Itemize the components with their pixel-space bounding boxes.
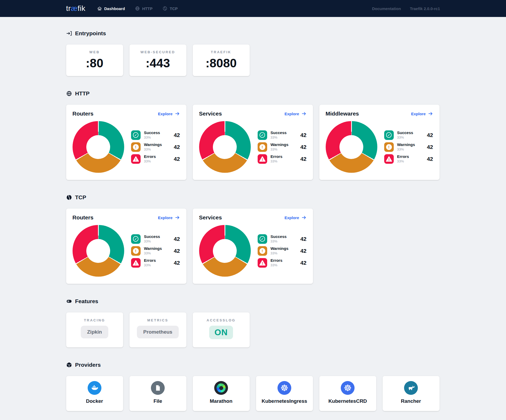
legend-row-errors: Errors33% 42 bbox=[131, 154, 180, 164]
globe-icon bbox=[66, 91, 72, 96]
legend-percent: 33% bbox=[271, 159, 283, 163]
error-icon bbox=[258, 154, 267, 164]
feature-card-metrics: METRICS Prometheus bbox=[129, 312, 186, 347]
legend-label: Success bbox=[144, 130, 160, 135]
entrypoint-card-traefik: TRAEFIK :8080 bbox=[193, 45, 250, 76]
success-icon: ✓ bbox=[131, 234, 141, 244]
legend-row-errors: Errors33% 42 bbox=[131, 258, 180, 268]
legend-count: 42 bbox=[300, 144, 306, 150]
card-title: Routers bbox=[73, 214, 93, 221]
feature-on-badge: ON bbox=[209, 326, 233, 339]
explore-link[interactable]: Explore bbox=[284, 215, 306, 220]
feature-value-badge: Zipkin bbox=[81, 326, 108, 338]
cube-icon bbox=[66, 362, 72, 368]
entrypoints-section-header: Entrypoints bbox=[66, 30, 440, 37]
features-section-header: Features bbox=[66, 298, 440, 304]
arrow-right-icon bbox=[428, 111, 433, 116]
top-navbar: træfik Dashboard HTTP TCP Documentation … bbox=[0, 0, 506, 17]
feature-card-accesslog: ACCESSLOG ON bbox=[193, 312, 250, 347]
legend-label: Success bbox=[271, 130, 287, 135]
entrypoints-cards: WEB :80 WEB-SECURED :443 TRAEFIK :8080 bbox=[66, 45, 440, 76]
legend-row-errors: Errors33% 42 bbox=[258, 154, 307, 164]
legend-percent: 33% bbox=[271, 147, 289, 152]
card-title: Services bbox=[199, 214, 222, 221]
chart-legend: ✓ Success33% 42 ! Warnings33% 42 Errors3… bbox=[131, 234, 180, 268]
warning-icon: ! bbox=[384, 142, 394, 152]
providers-cards: Docker File Marathon ☸ KubernetesIngress… bbox=[66, 376, 440, 411]
legend-label: Warnings bbox=[397, 142, 415, 147]
status-donut-chart bbox=[73, 121, 124, 173]
legend-percent: 33% bbox=[144, 147, 162, 152]
legend-percent: 33% bbox=[271, 263, 283, 267]
legend-count: 42 bbox=[300, 132, 306, 138]
nav-item-http[interactable]: HTTP bbox=[135, 6, 153, 11]
section-title: Entrypoints bbox=[75, 30, 106, 37]
card-title: Middlewares bbox=[326, 110, 359, 117]
documentation-link[interactable]: Documentation bbox=[372, 6, 401, 11]
status-donut-chart bbox=[199, 121, 251, 173]
warning-icon: ! bbox=[131, 142, 141, 152]
http-routers-card: Routers Explore ✓ Success33% 42 ! Warnin… bbox=[66, 105, 186, 180]
http-cards: Routers Explore ✓ Success33% 42 ! Warnin… bbox=[66, 105, 440, 180]
error-icon bbox=[131, 154, 141, 164]
explore-link[interactable]: Explore bbox=[284, 111, 306, 116]
legend-row-errors: Errors33% 42 bbox=[258, 258, 307, 268]
http-middlewares-card: Middlewares Explore ✓ Success33% 42 ! Wa… bbox=[319, 105, 440, 180]
explore-link[interactable]: Explore bbox=[158, 215, 180, 220]
legend-percent: 33% bbox=[271, 251, 289, 255]
nav-item-dashboard[interactable]: Dashboard bbox=[97, 6, 125, 11]
legend-label: Warnings bbox=[271, 142, 289, 147]
legend-row-errors: Errors33% 42 bbox=[384, 154, 433, 164]
section-title: Features bbox=[75, 298, 98, 304]
arrow-right-icon bbox=[301, 111, 307, 116]
nav-label: Dashboard bbox=[104, 6, 125, 11]
success-icon: ✓ bbox=[384, 130, 394, 140]
legend-percent: 33% bbox=[144, 251, 162, 255]
kubernetes-wheel-icon: ☸ bbox=[341, 381, 355, 395]
provider-card-kubernetes-crd: ☸ KubernetesCRD bbox=[319, 376, 376, 411]
legend-percent: 33% bbox=[397, 147, 415, 152]
tcp-routers-card: Routers Explore ✓ Success33% 42 ! Warnin… bbox=[66, 209, 186, 284]
version-link[interactable]: Traefik 2.0.0-rc1 bbox=[410, 6, 440, 11]
legend-row-success: ✓ Success33% 42 bbox=[258, 234, 307, 244]
legend-count: 42 bbox=[174, 156, 180, 162]
legend-label: Success bbox=[271, 234, 287, 239]
explore-link[interactable]: Explore bbox=[411, 111, 433, 116]
success-icon: ✓ bbox=[131, 130, 141, 140]
entrypoint-name: WEB bbox=[66, 50, 123, 54]
section-title: TCP bbox=[75, 194, 86, 201]
arrow-right-icon bbox=[301, 215, 307, 220]
main-nav: Dashboard HTTP TCP bbox=[97, 6, 178, 11]
provider-name: Marathon bbox=[193, 398, 250, 404]
legend-row-warnings: ! Warnings33% 42 bbox=[258, 142, 307, 152]
explore-label: Explore bbox=[284, 215, 299, 220]
legend-row-warnings: ! Warnings33% 42 bbox=[131, 246, 180, 256]
providers-section-header: Providers bbox=[66, 362, 440, 368]
nav-right: Documentation Traefik 2.0.0-rc1 bbox=[372, 6, 440, 11]
legend-count: 42 bbox=[300, 260, 306, 266]
legend-row-warnings: ! Warnings33% 42 bbox=[131, 142, 180, 152]
legend-count: 42 bbox=[174, 248, 180, 254]
feature-value-badge: Prometheus bbox=[137, 326, 179, 338]
toggle-icon bbox=[66, 298, 72, 304]
explore-label: Explore bbox=[158, 112, 172, 116]
legend-label: Errors bbox=[144, 258, 156, 263]
nav-label: HTTP bbox=[142, 6, 153, 11]
legend-label: Warnings bbox=[271, 246, 289, 251]
legend-label: Warnings bbox=[144, 142, 162, 147]
card-title: Routers bbox=[73, 110, 93, 117]
nav-item-tcp[interactable]: TCP bbox=[163, 6, 178, 11]
legend-row-success: ✓ Success33% 42 bbox=[384, 130, 433, 140]
legend-percent: 33% bbox=[144, 159, 156, 163]
rancher-bull-icon bbox=[404, 381, 418, 395]
explore-link[interactable]: Explore bbox=[158, 111, 180, 116]
entrypoint-port: :443 bbox=[129, 56, 186, 70]
provider-name: File bbox=[129, 398, 186, 404]
docker-icon bbox=[88, 381, 101, 395]
tcp-ball-icon bbox=[163, 6, 167, 11]
section-title: Providers bbox=[75, 362, 101, 368]
chart-legend: ✓ Success33% 42 ! Warnings33% 42 Errors3… bbox=[131, 130, 180, 164]
legend-count: 42 bbox=[174, 144, 180, 150]
legend-label: Success bbox=[397, 130, 413, 135]
legend-percent: 33% bbox=[144, 239, 160, 244]
